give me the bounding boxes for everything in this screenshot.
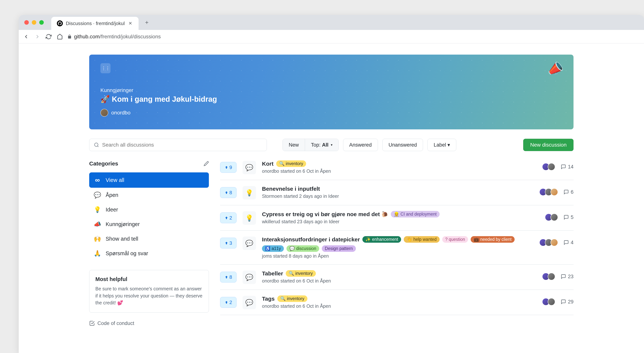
discussion-category-icon: 💬 bbox=[242, 161, 256, 174]
close-tab-icon[interactable]: ✕ bbox=[128, 21, 133, 26]
category-icon: 📣 bbox=[94, 220, 101, 228]
discussion-title[interactable]: Kort bbox=[262, 160, 274, 167]
discussion-label[interactable]: 🔍 inventory bbox=[276, 160, 306, 167]
upvote-button[interactable]: 9 bbox=[220, 162, 236, 173]
discussion-category-icon: 💬 bbox=[242, 236, 256, 250]
discussion-label[interactable]: ♿ a11y bbox=[262, 245, 284, 252]
participant-avatars bbox=[539, 239, 558, 246]
discussion-title[interactable]: Cypress er treig og vi bør gjøre noe med… bbox=[262, 211, 388, 218]
banner-title: 🚀 Kom i gang med Jøkul-bidrag bbox=[100, 95, 562, 104]
discussion-category-icon: 💡 bbox=[242, 211, 256, 225]
banner-category: Kunngjøringer bbox=[100, 87, 562, 93]
checklist-icon bbox=[89, 320, 95, 326]
minimize-window-button[interactable] bbox=[32, 20, 36, 25]
category-item[interactable]: ∞View all bbox=[89, 172, 209, 188]
participant-avatars bbox=[542, 273, 555, 280]
discussion-label[interactable]: 💬 discussion bbox=[286, 245, 319, 252]
participant-avatars bbox=[542, 163, 555, 170]
controls-row: New Top: All▾ Answered Unanswered Label▾… bbox=[89, 139, 574, 151]
discussion-category-icon: 💡 bbox=[242, 186, 256, 200]
upvote-button[interactable]: 8 bbox=[220, 272, 236, 282]
sort-new-button[interactable]: New bbox=[283, 139, 305, 151]
back-button[interactable] bbox=[22, 33, 30, 40]
discussion-title[interactable]: Benevnelse i inputfelt bbox=[262, 186, 320, 192]
maximize-window-button[interactable] bbox=[39, 20, 44, 25]
discussion-meta: onordbo started on 6 Oct in Åpen bbox=[262, 168, 536, 174]
announcement-banner[interactable]: ⋮⋮ 📣 Kunngjøringer 🚀 Kom i gang med Jøku… bbox=[89, 54, 574, 130]
new-tab-button[interactable]: + bbox=[142, 18, 151, 27]
category-icon: 🙏 bbox=[94, 250, 101, 257]
edit-icon[interactable] bbox=[204, 161, 209, 166]
upvote-button[interactable]: 2 bbox=[220, 212, 236, 223]
participant-avatar[interactable] bbox=[550, 188, 558, 196]
category-label: Show and tell bbox=[106, 236, 138, 242]
close-window-button[interactable] bbox=[24, 20, 29, 25]
discussion-row: 2 💡 Cypress er treig og vi bør gjøre noe… bbox=[220, 205, 574, 230]
category-item[interactable]: 🙌Show and tell bbox=[89, 232, 209, 246]
comment-count[interactable]: 4 bbox=[564, 240, 574, 246]
comment-count[interactable]: 5 bbox=[564, 214, 574, 220]
home-button[interactable] bbox=[56, 33, 64, 40]
discussion-label[interactable]: ✨ enhancement bbox=[362, 236, 401, 243]
discussion-label[interactable]: 🔍 inventory bbox=[277, 296, 308, 302]
comment-count[interactable]: 14 bbox=[561, 164, 574, 170]
discussion-label[interactable]: 💼 needed by client bbox=[471, 236, 514, 243]
category-label: Ideer bbox=[106, 206, 118, 213]
browser-tab[interactable]: Discussions · fremtind/jokul ✕ bbox=[51, 17, 138, 30]
discussion-title[interactable]: Tabeller bbox=[262, 270, 283, 277]
reload-button[interactable] bbox=[45, 33, 52, 40]
category-icon: 💡 bbox=[94, 206, 101, 213]
pin-button[interactable]: ⋮⋮ bbox=[100, 63, 110, 73]
caret-down-icon: ▾ bbox=[331, 143, 332, 147]
forward-button[interactable] bbox=[34, 33, 41, 40]
discussion-row: 3 💬 Interaksjonsutfordringer i datepicke… bbox=[220, 230, 574, 264]
most-helpful-box: Most helpful Be sure to mark someone's c… bbox=[89, 270, 209, 312]
lock-icon bbox=[67, 34, 72, 39]
category-item[interactable]: 💬Åpen bbox=[89, 188, 209, 202]
search-box[interactable] bbox=[89, 139, 267, 151]
participant-avatars bbox=[539, 188, 558, 196]
category-label: Kunngjøringer bbox=[106, 221, 140, 227]
upvote-button[interactable]: 8 bbox=[220, 187, 236, 198]
discussion-title[interactable]: Interaksjonsutfordringer i datepicker bbox=[262, 236, 360, 243]
filter-unanswered-button[interactable]: Unanswered bbox=[382, 139, 423, 151]
participant-avatars bbox=[542, 298, 555, 306]
new-discussion-button[interactable]: New discussion bbox=[523, 139, 574, 151]
banner-author[interactable]: onordbo bbox=[100, 109, 562, 117]
search-input[interactable] bbox=[102, 142, 262, 148]
participant-avatar[interactable] bbox=[548, 163, 555, 170]
comment-count[interactable]: 23 bbox=[561, 274, 574, 280]
address-bar[interactable]: github.com/fremtind/jokul/discussions bbox=[67, 34, 640, 40]
code-of-conduct-link[interactable]: Code of conduct bbox=[89, 320, 209, 326]
participant-avatar[interactable] bbox=[550, 214, 558, 221]
discussion-label[interactable]: Design pattern bbox=[322, 245, 356, 252]
participant-avatar[interactable] bbox=[550, 239, 558, 246]
category-item[interactable]: 🙏Spørsmål og svar bbox=[89, 246, 209, 261]
discussion-list: 9 💬 Kort 🔍 inventory onordbo started on … bbox=[220, 160, 574, 326]
upvote-button[interactable]: 3 bbox=[220, 238, 236, 248]
category-item[interactable]: 💡Ideer bbox=[89, 202, 209, 217]
filter-label-button[interactable]: Label▾ bbox=[428, 139, 456, 151]
participant-avatar[interactable] bbox=[548, 273, 555, 280]
sort-top-button[interactable]: Top: All▾ bbox=[305, 139, 338, 151]
window-controls bbox=[24, 20, 44, 25]
helpful-body: Be sure to mark someone's comment as an … bbox=[95, 285, 203, 306]
upvote-button[interactable]: 2 bbox=[220, 297, 236, 308]
categories-heading: Categories bbox=[89, 160, 118, 167]
discussion-label[interactable]: 🔍 inventory bbox=[286, 270, 316, 277]
comment-count[interactable]: 29 bbox=[561, 299, 574, 305]
category-item[interactable]: 📣Kunngjøringer bbox=[89, 217, 209, 232]
participant-avatars bbox=[545, 214, 558, 221]
discussion-row: 8 💬 Tabeller 🔍 inventory onordbo started… bbox=[220, 264, 574, 290]
discussion-label[interactable]: 👋 help wanted bbox=[404, 236, 440, 243]
discussion-meta: onordbo started on 6 Oct in Åpen bbox=[262, 278, 536, 284]
comment-count[interactable]: 6 bbox=[564, 189, 574, 195]
discussion-title[interactable]: Tags bbox=[262, 296, 275, 302]
discussion-label[interactable]: 👷 CI and deployment bbox=[391, 211, 440, 218]
discussion-row: 8 💡 Benevnelse i inputfelt Stormoen star… bbox=[220, 180, 574, 205]
discussion-label[interactable]: ? question bbox=[442, 236, 468, 243]
participant-avatar[interactable] bbox=[548, 298, 555, 306]
discussion-row: 2 💬 Tags 🔍 inventory onordbo started on … bbox=[220, 290, 574, 315]
filter-answered-button[interactable]: Answered bbox=[343, 139, 378, 151]
discussion-meta: Stormoen started 2 days ago in Ideer bbox=[262, 194, 533, 199]
